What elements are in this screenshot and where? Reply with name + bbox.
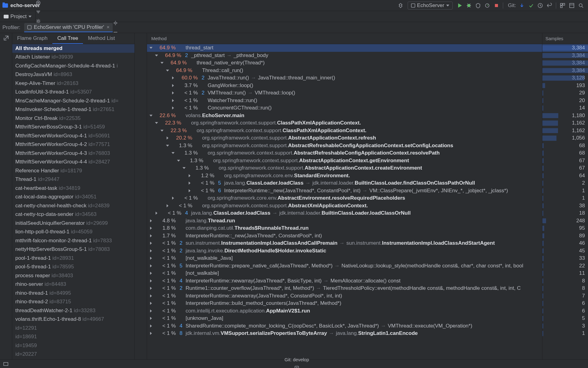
disclosure-icon[interactable] bbox=[149, 294, 153, 297]
thread-item[interactable]: Thread-1 id=29447 bbox=[12, 175, 134, 184]
tab-flame-graph[interactable]: Flame Graph bbox=[12, 33, 52, 44]
gear-icon[interactable] bbox=[113, 20, 118, 26]
disclosure-icon[interactable] bbox=[149, 234, 153, 237]
disclosure-icon[interactable] bbox=[149, 317, 153, 320]
thread-item[interactable]: id=18691 bbox=[12, 332, 134, 341]
tree-row[interactable]: 3.7 %GangWorker::loop() bbox=[147, 82, 542, 90]
thread-item[interactable]: MtthriftServerWorkerGroup-4-2 id=77571 bbox=[12, 140, 134, 149]
disclosure-icon[interactable] bbox=[171, 99, 175, 102]
disclosure-icon[interactable] bbox=[171, 152, 175, 154]
tree-row[interactable]: < 1 %ConcurrentGCThread::run() bbox=[147, 104, 542, 112]
tree-row[interactable]: < 1 %org.springframework.core.env.Abstra… bbox=[147, 194, 542, 202]
disclosure-icon[interactable] bbox=[149, 324, 153, 328]
disclosure-icon[interactable] bbox=[187, 182, 192, 185]
disclosure-icon[interactable] bbox=[171, 106, 175, 109]
tree-row[interactable]: < 1 %InterpreterRuntime::build_method_co… bbox=[147, 300, 542, 307]
tree-row[interactable]: 1.3 %org.springframework.context.support… bbox=[147, 164, 542, 172]
disclosure-icon[interactable] bbox=[154, 212, 159, 215]
disclosure-icon[interactable] bbox=[187, 174, 192, 177]
thread-item[interactable]: volans.thrift.Echo-1-thread-8 id=49667 bbox=[12, 315, 134, 324]
thread-item[interactable]: MtthriftServerWorkerGroup-4-1 id=50691 bbox=[12, 132, 134, 140]
tree-row[interactable]: 64.9 %thread_start bbox=[147, 44, 542, 52]
disclosure-icon[interactable] bbox=[149, 287, 153, 290]
tree-row[interactable]: 1.3 %org.springframework.context.support… bbox=[147, 157, 542, 165]
thread-item[interactable]: cat-local-data-aggregator id=34051 bbox=[12, 193, 134, 201]
thread-item[interactable]: MtthriftServerBossGroup-3-1 id=51459 bbox=[12, 123, 134, 132]
thread-item[interactable]: initialSeedUniquifierGenerator id=29699 bbox=[12, 219, 134, 228]
disclosure-icon[interactable] bbox=[149, 279, 153, 282]
tree-row[interactable]: < 1 %2sun.instrument.InstrumentationImpl… bbox=[147, 240, 542, 247]
disclosure-icon[interactable] bbox=[149, 272, 153, 275]
tree-row[interactable]: < 1 %5java.lang.ClassLoader.loadClass→jd… bbox=[147, 179, 542, 187]
tree-row[interactable]: < 1 %4java.lang.ClassLoader.loadClass→jd… bbox=[147, 209, 542, 217]
thread-item[interactable]: Reference Handler id=18179 bbox=[12, 167, 134, 175]
event-log-icon[interactable] bbox=[294, 365, 300, 368]
thread-item[interactable]: Monitor Ctrl-Break id=22535 bbox=[12, 114, 134, 123]
tree-row[interactable]: < 1 %[not_walkable] bbox=[147, 270, 542, 277]
disclosure-icon[interactable] bbox=[187, 189, 192, 192]
thread-item[interactable]: MtthriftServerWorkerGroup-4-4 id=28427 bbox=[12, 158, 134, 167]
thread-item[interactable]: ConfigCacheManager-Schedule-4-thread-1 i bbox=[12, 62, 134, 71]
thread-item[interactable]: MnsInvoker-Schedule-1-thread-1 id=27651 bbox=[12, 105, 134, 114]
disclosure-icon[interactable] bbox=[149, 332, 153, 335]
disclosure-icon[interactable] bbox=[182, 167, 186, 169]
tree-row[interactable]: 1.2 %org.springframework.core.env.Standa… bbox=[147, 172, 542, 180]
column-method[interactable]: Method bbox=[147, 36, 542, 41]
tree-row[interactable]: < 1 %WatcherThread::run() bbox=[147, 97, 542, 105]
disclosure-icon[interactable] bbox=[165, 145, 170, 147]
tree-row[interactable]: < 1 %com.intellij.rt.execution.applicati… bbox=[147, 307, 542, 315]
tree-row[interactable]: 64.9 %thread_native_entry(Thread*) bbox=[147, 59, 542, 67]
thread-item[interactable]: Attach Listener id=39939 bbox=[12, 53, 134, 62]
tree-row[interactable]: 1.8 %com.dianping.cat.util.Threads$Runna… bbox=[147, 224, 542, 232]
project-tool-button[interactable]: Project bbox=[0, 11, 36, 22]
disclosure-icon[interactable] bbox=[149, 264, 153, 267]
thread-item[interactable]: cat-netty-channel-health-check id=24839 bbox=[12, 201, 134, 210]
target-icon[interactable] bbox=[36, 0, 41, 6]
tree-row[interactable]: < 1 %[unknown_Java] bbox=[147, 315, 542, 322]
disclosure-icon[interactable] bbox=[149, 302, 153, 305]
tree-row[interactable]: 22.6 %volans.EchoServer.main bbox=[147, 112, 542, 120]
thread-item[interactable]: MtthriftServerWorkerGroup-4-3 id=76803 bbox=[12, 149, 134, 158]
thread-item[interactable]: nettyHttpServerBossGroup-5-1 id=78083 bbox=[12, 245, 134, 254]
tree-row[interactable]: < 1 %2VMThread::run()→VMThread::loop() bbox=[147, 89, 542, 97]
tree-row[interactable]: < 1 %org.springframework.context.support… bbox=[147, 202, 542, 210]
thread-item[interactable]: process reaper id=38403 bbox=[12, 271, 134, 280]
thread-item[interactable]: cat-heartbeat-task id=34819 bbox=[12, 184, 134, 193]
tab-call-tree[interactable]: Call Tree bbox=[52, 33, 83, 44]
disclosure-icon[interactable] bbox=[171, 197, 175, 200]
tree-row[interactable]: < 1 %5InterpreterRuntime::prepare_native… bbox=[147, 262, 542, 270]
tree-row[interactable]: < 1 %2Runtime1::counter_overflow(JavaThr… bbox=[147, 285, 542, 292]
thread-item[interactable]: rhino-thread-2 id=83715 bbox=[12, 297, 134, 306]
tree-row[interactable]: < 1 %2java.lang.invoke.DirectMethodHandl… bbox=[147, 247, 542, 255]
disclosure-icon[interactable] bbox=[176, 160, 181, 162]
disclosure-icon[interactable] bbox=[171, 91, 175, 94]
thread-item[interactable]: mtthrift-falcon-monitor-2-thread-1 id=78… bbox=[12, 236, 134, 245]
thread-item[interactable]: rhino-thread-1 id=84995 bbox=[12, 289, 134, 298]
tree-row[interactable]: 22.3 %org.springframework.context.suppor… bbox=[147, 127, 542, 135]
disclosure-icon[interactable] bbox=[165, 204, 170, 207]
tree-row[interactable]: 64.9 %Thread::call_run() bbox=[147, 67, 542, 75]
tree-row[interactable]: < 1 %6InterpreterRuntime::_new(JavaThrea… bbox=[147, 187, 542, 195]
disclosure-icon[interactable] bbox=[171, 84, 175, 87]
tab-method-list[interactable]: Method List bbox=[83, 33, 120, 44]
thread-item[interactable]: DestroyJavaVM id=8963 bbox=[12, 70, 134, 79]
tree-row[interactable]: < 1 %8jdk.internal.vm.VMSupport.serializ… bbox=[147, 330, 542, 337]
disclosure-icon[interactable] bbox=[160, 130, 164, 132]
tree-row[interactable]: < 1 %4InterpreterRuntime::newarray(JavaT… bbox=[147, 277, 542, 285]
call-tree[interactable]: 64.9 %thread_start64.9 %2_pthread_start→… bbox=[147, 44, 542, 359]
profiler-tab[interactable]: EchoServer with 'CPU Profiler' × bbox=[24, 23, 113, 32]
popout-icon[interactable] bbox=[3, 35, 9, 41]
thread-item[interactable]: cat-netty-tcp-data-sender id=34563 bbox=[12, 210, 134, 219]
tree-row[interactable]: 4.8 %java.lang.Thread.run bbox=[147, 217, 542, 225]
thread-item[interactable]: lion-http-poll-0-thread-1 id=45059 bbox=[12, 228, 134, 236]
tree-row[interactable]: < 1 %[not_walkable_Java] bbox=[147, 255, 542, 262]
disclosure-icon[interactable] bbox=[160, 62, 164, 64]
disclosure-icon[interactable] bbox=[165, 136, 170, 140]
tree-row[interactable]: 1.3 %org.springframework.context.support… bbox=[147, 149, 542, 157]
disclosure-icon[interactable] bbox=[165, 70, 170, 71]
disclosure-icon[interactable] bbox=[154, 55, 159, 56]
thread-item[interactable]: LoadInfoUtil-3-thread-1 id=53507 bbox=[12, 88, 134, 97]
disclosure-icon[interactable] bbox=[171, 76, 175, 79]
tree-row[interactable]: 64.9 %2_pthread_start→_pthread_body bbox=[147, 52, 542, 59]
thread-item[interactable]: MnsCacheManager-Schedule-2-thread-1 id= bbox=[12, 97, 134, 105]
